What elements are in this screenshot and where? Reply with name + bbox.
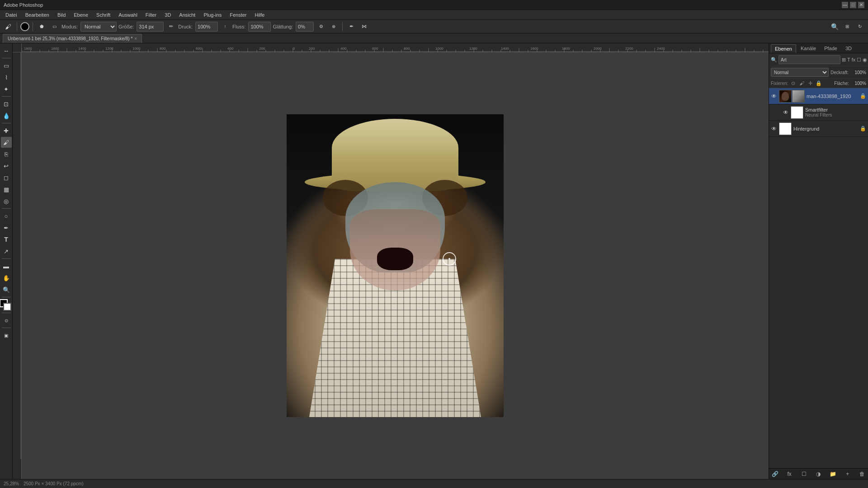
tab-kanaele[interactable]: Kanäle xyxy=(797,44,820,53)
flow-input[interactable] xyxy=(248,22,271,32)
ruler-top: // Will be generated by JS xyxy=(22,43,769,52)
layer-search-input[interactable] xyxy=(778,55,840,64)
layer-visibility-smartfilter[interactable]: 👁 xyxy=(783,109,789,116)
pen-tool[interactable]: ✒ xyxy=(1,222,12,233)
menu-ansicht[interactable]: Ansicht xyxy=(175,11,199,19)
menu-ebene[interactable]: Ebene xyxy=(70,11,92,19)
delete-layer-btn[interactable]: 🗑 xyxy=(858,470,866,478)
tab-3d[interactable]: 3D xyxy=(842,44,855,53)
layer-type-icon[interactable]: T xyxy=(847,56,850,64)
pressure-icon[interactable]: ↑ xyxy=(220,21,231,32)
menu-filter[interactable]: Filter xyxy=(142,11,160,19)
rectangle-tool[interactable]: ▬ xyxy=(1,261,12,272)
path-select-tool[interactable]: ↗ xyxy=(1,246,12,257)
airbrush-icon[interactable]: ✏ xyxy=(165,21,176,32)
brush-tool-left[interactable]: 🖌 xyxy=(1,137,12,148)
mode-select[interactable]: Normal Multiplizieren Bildschirm xyxy=(80,22,117,32)
layer-visibility-hintergrund[interactable]: 👁 xyxy=(771,126,777,132)
menu-hilfe[interactable]: Hilfe xyxy=(251,11,268,19)
background-color[interactable] xyxy=(3,303,11,311)
brush-preview[interactable] xyxy=(20,22,29,31)
tool-sep-1 xyxy=(2,58,11,58)
maximize-button[interactable]: □ xyxy=(850,2,856,8)
status-dimensions: 2500 Px × 3400 Px (72 ppcm) xyxy=(24,481,84,486)
lasso-tool[interactable]: ⌇ xyxy=(1,72,12,83)
menu-plugins[interactable]: Plug-ins xyxy=(200,11,225,19)
quick-mask-tool[interactable]: ⊙ xyxy=(1,315,12,326)
document-tab[interactable]: Unbenannt-1 bei 25,3% (man-4333898_1920,… xyxy=(3,34,142,43)
brush-options-icon[interactable]: ⬟ xyxy=(36,21,47,32)
layer-item-smartfilter[interactable]: 👁 Smartfilter Neural Filters xyxy=(769,104,868,121)
tab-pfade[interactable]: Pfade xyxy=(821,44,841,53)
panel-bottom-bar: 🔗 fx ☐ ◑ 📁 + 🗑 xyxy=(769,468,868,479)
symmetry-icon[interactable]: ⋈ xyxy=(359,21,369,32)
dodge-tool[interactable]: ○ xyxy=(1,211,12,221)
blur-tool[interactable]: ◎ xyxy=(1,196,12,206)
tab-ebenen[interactable]: Ebenen xyxy=(771,44,796,53)
layers-list: 👁 man-4333898_1920 🔒 👁 xyxy=(769,88,868,468)
blend-mode-select[interactable]: Normal Multiplizieren Bildschirm Überlag… xyxy=(771,68,829,77)
layer-style-btn[interactable]: fx xyxy=(785,470,793,478)
zoom-fit-icon[interactable]: ⊞ xyxy=(842,21,853,32)
lock-pixels-btn[interactable]: 🖌 xyxy=(798,80,805,87)
minimize-button[interactable]: — xyxy=(842,2,848,8)
eraser-tool[interactable]: ◻ xyxy=(1,172,12,183)
link-layers-btn[interactable]: 🔗 xyxy=(771,470,779,478)
layer-sub-neural: Neural Filters xyxy=(805,113,866,117)
layer-item-hintergrund[interactable]: 👁 Hintergrund 🔒 xyxy=(769,121,868,137)
lock-transparent-btn[interactable]: ⊙ xyxy=(789,80,797,87)
size-input[interactable] xyxy=(137,22,164,32)
layer-mask-icon[interactable]: ☐ xyxy=(857,56,861,64)
tool-sep-7 xyxy=(2,313,11,313)
hand-tool[interactable]: ✋ xyxy=(1,272,12,283)
menu-auswahl[interactable]: Auswahl xyxy=(115,11,141,19)
lock-all-btn[interactable]: 🔒 xyxy=(815,80,822,87)
layer-color-icon[interactable]: ◉ xyxy=(863,56,867,64)
menu-bild[interactable]: Bild xyxy=(54,11,69,19)
layer-item-man[interactable]: 👁 man-4333898_1920 🔒 xyxy=(769,88,868,104)
rotate-icon[interactable]: ↻ xyxy=(854,21,865,32)
crop-tool[interactable]: ⊡ xyxy=(1,99,12,109)
search-icon[interactable]: 🔍 xyxy=(771,56,777,64)
magic-wand-tool[interactable]: ✦ xyxy=(1,84,12,94)
menu-datei[interactable]: Datei xyxy=(2,11,21,19)
clone-stamp-tool[interactable]: ⎘ xyxy=(1,149,12,160)
history-brush-tool[interactable]: ↩ xyxy=(1,160,12,171)
lock-position-btn[interactable]: ✛ xyxy=(807,80,814,87)
mouth-area xyxy=(377,248,413,270)
close-button[interactable]: ✕ xyxy=(858,2,864,8)
gradient-tool[interactable]: ▦ xyxy=(1,184,12,195)
new-layer-btn[interactable]: + xyxy=(844,470,852,478)
canvas-content[interactable] xyxy=(22,52,769,479)
tab-close-button[interactable]: × xyxy=(134,36,137,41)
adjustment-layer-btn[interactable]: ◑ xyxy=(814,470,822,478)
smooth-settings-icon[interactable]: ⚙ xyxy=(316,21,326,32)
brush-tool-icon[interactable]: 🖌 xyxy=(3,21,14,32)
brush-mask-icon[interactable]: ▭ xyxy=(49,21,60,32)
eyedropper-tool[interactable]: 💧 xyxy=(1,110,12,121)
pressure-input[interactable] xyxy=(195,22,218,32)
title-bar-controls[interactable]: — □ ✕ xyxy=(842,2,864,8)
menu-bearbeiten[interactable]: Bearbeiten xyxy=(22,11,53,19)
move-tool[interactable]: ↔ xyxy=(1,45,12,56)
menu-3d[interactable]: 3D xyxy=(161,11,175,19)
screen-mode-tool[interactable]: ▣ xyxy=(1,330,12,341)
smooth-input[interactable] xyxy=(296,22,314,32)
panel-search-row: 🔍 ⊞ T fx ☐ ◉ xyxy=(769,53,868,66)
zoom-tool-left[interactable]: 🔍 xyxy=(1,284,12,295)
color-swatches[interactable] xyxy=(0,299,11,311)
layer-visibility-man[interactable]: 👁 xyxy=(771,93,777,99)
pressure-pen-icon[interactable]: ✒ xyxy=(346,21,357,32)
marquee-tool[interactable]: ▭ xyxy=(1,60,12,71)
new-layer-group-icon[interactable]: ⊞ xyxy=(842,56,846,64)
spot-heal-tool[interactable]: ✚ xyxy=(1,125,12,136)
search-panel-icon[interactable]: 🔍 xyxy=(829,21,840,32)
new-group-btn[interactable]: 📁 xyxy=(829,470,837,478)
menu-schrift[interactable]: Schrift xyxy=(93,11,114,19)
layer-effect-icon[interactable]: fx xyxy=(852,56,856,64)
canvas-area[interactable]: // Will be generated by JS xyxy=(13,43,769,479)
type-tool[interactable]: T xyxy=(1,234,12,245)
menu-fenster[interactable]: Fenster xyxy=(226,11,250,19)
add-mask-btn[interactable]: ☐ xyxy=(800,470,808,478)
angle-icon[interactable]: ⊕ xyxy=(328,21,339,32)
